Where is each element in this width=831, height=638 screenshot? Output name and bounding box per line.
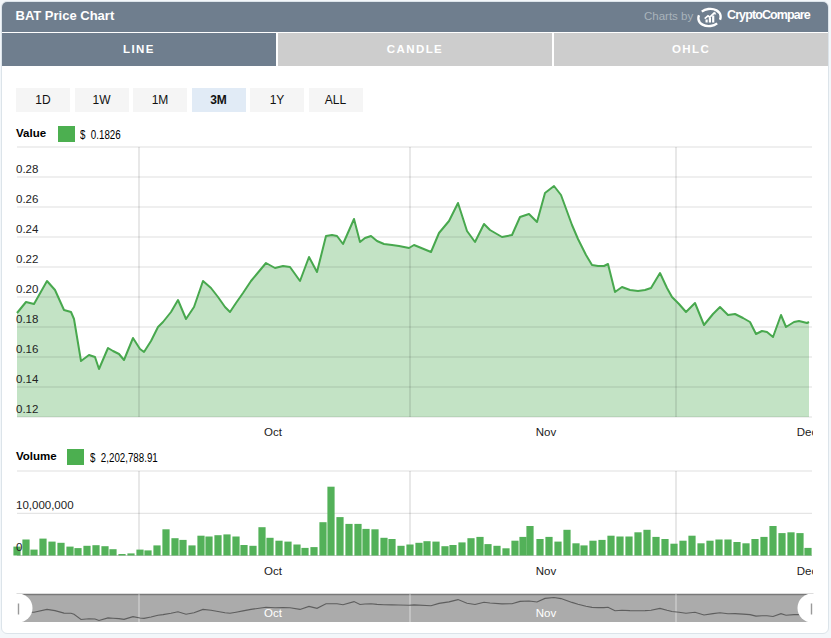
svg-text:Oct: Oct: [264, 607, 283, 619]
svg-text:Oct: Oct: [264, 565, 283, 577]
svg-text:10,000,000: 10,000,000: [16, 499, 74, 511]
svg-text:Oct: Oct: [264, 426, 283, 438]
svg-text:0: 0: [16, 541, 22, 553]
svg-text:0.14: 0.14: [16, 373, 39, 385]
svg-text:Dec: Dec: [797, 565, 818, 577]
svg-text:Nov: Nov: [536, 426, 557, 438]
svg-text:0.18: 0.18: [16, 313, 38, 325]
svg-text:0.16: 0.16: [16, 343, 38, 355]
svg-text:0.22: 0.22: [16, 253, 38, 265]
svg-text:0.12: 0.12: [16, 403, 38, 415]
svg-text:0.20: 0.20: [16, 283, 38, 295]
svg-text:Nov: Nov: [536, 565, 557, 577]
svg-text:Nov: Nov: [536, 607, 557, 619]
svg-text:0.28: 0.28: [16, 163, 38, 175]
svg-text:0.24: 0.24: [16, 223, 39, 235]
svg-text:0.26: 0.26: [16, 193, 38, 205]
svg-text:Dec: Dec: [797, 426, 818, 438]
